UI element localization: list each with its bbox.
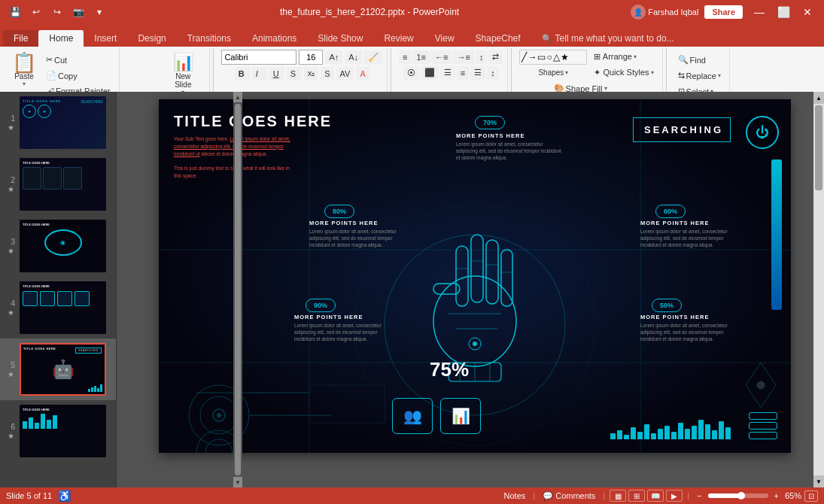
align-center-button[interactable]: ☰ bbox=[440, 65, 455, 80]
searching-box[interactable]: SEARCHING bbox=[633, 117, 731, 142]
slide-item-2[interactable]: 2 ★ TITLE GOES HERE bbox=[0, 153, 116, 215]
arrow-shape[interactable]: → bbox=[528, 52, 537, 62]
notes-button[interactable]: Notes bbox=[501, 491, 529, 500]
bubble-60[interactable]: 60% bbox=[655, 205, 686, 218]
slide-item-1[interactable]: 1 ★ TITLE GOES HERE ● ● SEARCHING bbox=[0, 92, 116, 153]
increase-indent-button[interactable]: →≡ bbox=[453, 50, 473, 64]
rect-shape[interactable]: ▭ bbox=[537, 52, 546, 62]
font-size-input[interactable] bbox=[299, 50, 323, 65]
scroll-down-btn[interactable]: ▼ bbox=[813, 475, 824, 487]
tab-shapechef[interactable]: ShapeChef bbox=[465, 30, 531, 47]
strikethrough-button[interactable]: S bbox=[287, 67, 302, 80]
circle-shape[interactable]: ○ bbox=[546, 52, 552, 62]
zoom-out-btn[interactable]: − bbox=[694, 491, 704, 500]
point-top-center[interactable]: MORE POINTS HERE Lorem ipsum dolor sit a… bbox=[456, 132, 561, 161]
tab-home[interactable]: Home bbox=[38, 30, 84, 47]
triangle-shape[interactable]: △ bbox=[553, 52, 560, 62]
tab-animations[interactable]: Animations bbox=[242, 30, 307, 47]
numbered-list-button[interactable]: 1≡ bbox=[412, 50, 430, 64]
slide-canvas[interactable]: TITLE GOES HERE Your Sub Text goes here.… bbox=[159, 99, 791, 453]
maximize-button[interactable]: ⬜ bbox=[773, 4, 794, 20]
slide-thumb-5[interactable]: TITLE GOES HERE 🤖 SEARCHING bbox=[20, 343, 106, 396]
tab-insert[interactable]: Insert bbox=[84, 30, 127, 47]
star-shape[interactable]: ★ bbox=[561, 52, 569, 62]
qa-dropdown[interactable]: ▾ bbox=[90, 4, 108, 20]
font-color-button[interactable]: A bbox=[356, 67, 369, 80]
line-spacing-button[interactable]: ↕ bbox=[487, 66, 499, 80]
shapes-button[interactable]: Shapes ▾ bbox=[534, 66, 572, 79]
canvas-area[interactable]: ▲ ▼ bbox=[117, 92, 824, 487]
subscript-button[interactable]: x₂ bbox=[304, 66, 319, 80]
increase-font-button[interactable]: A↑ bbox=[325, 50, 342, 64]
font-name-input[interactable] bbox=[221, 50, 296, 65]
bubble-70[interactable]: 70% bbox=[475, 116, 505, 129]
bullets-button[interactable]: ≡ bbox=[399, 50, 411, 64]
slideshow-btn[interactable]: ▶ bbox=[666, 490, 683, 502]
undo-button[interactable]: ↩ bbox=[27, 4, 45, 20]
scroll-down-button[interactable]: ▼ bbox=[233, 477, 242, 487]
bubble-90[interactable]: 90% bbox=[306, 299, 336, 312]
minimize-button[interactable]: — bbox=[749, 4, 770, 20]
align-left-button[interactable]: ⬛ bbox=[421, 65, 439, 80]
zoom-slider[interactable] bbox=[708, 493, 768, 498]
slide-thumb-3[interactable]: TITLE GOES HERE ◉ bbox=[20, 220, 106, 272]
text-columns-button[interactable]: ⦿ bbox=[403, 66, 419, 80]
copy-button[interactable]: 📄Copy bbox=[42, 68, 114, 83]
normal-view-btn[interactable]: ▦ bbox=[610, 490, 626, 502]
comments-button[interactable]: 💬 Comments bbox=[540, 491, 598, 501]
accessibility-icon[interactable]: ♿ bbox=[58, 490, 71, 502]
reading-view-btn[interactable]: 📖 bbox=[647, 490, 664, 502]
clear-format-button[interactable]: 🧹 bbox=[364, 50, 382, 65]
scroll-up-button[interactable]: ▲ bbox=[233, 92, 242, 102]
vertical-scrollbar[interactable]: ▲ ▼ bbox=[813, 92, 824, 487]
tab-tell-me[interactable]: 🔍Tell me what you want to do... bbox=[531, 30, 685, 47]
text-shadow-button[interactable]: S bbox=[321, 67, 333, 80]
tab-review[interactable]: Review bbox=[373, 30, 424, 47]
slide-thumb-2[interactable]: TITLE GOES HERE bbox=[20, 158, 106, 211]
scroll-up-btn[interactable]: ▲ bbox=[813, 92, 824, 104]
zoom-in-btn[interactable]: + bbox=[771, 491, 782, 500]
cut-button[interactable]: ✂Cut bbox=[42, 53, 114, 67]
char-spacing-button[interactable]: AV bbox=[336, 67, 354, 80]
bubble-80[interactable]: 80% bbox=[324, 205, 354, 218]
underline-button[interactable]: U bbox=[269, 67, 284, 80]
user-account[interactable]: 👤 Farshad Iqbal bbox=[631, 5, 698, 20]
slide-item-4[interactable]: 4 ★ TITLE GOES HERE bbox=[0, 277, 116, 339]
slide-item-3[interactable]: 3 ★ TITLE GOES HERE ◉ bbox=[0, 215, 116, 277]
share-button[interactable]: Share bbox=[704, 5, 743, 19]
arrange-button[interactable]: ⊞ Arrange ▾ bbox=[590, 50, 657, 64]
save-button[interactable]: 💾 bbox=[6, 4, 24, 20]
tab-slideshow[interactable]: Slide Show bbox=[307, 30, 373, 47]
replace-button[interactable]: ⇆ Replace ▾ bbox=[674, 68, 725, 83]
power-button[interactable]: ⏻ bbox=[746, 116, 779, 149]
bubble-50[interactable]: 50% bbox=[652, 299, 682, 312]
point-right-top[interactable]: MORE POINTS HERE Lorem ipsum dolor sit a… bbox=[640, 220, 738, 248]
slide-sorter-btn[interactable]: ⊞ bbox=[628, 490, 645, 502]
tab-transitions[interactable]: Transitions bbox=[177, 30, 242, 47]
line-shape[interactable]: ╱ bbox=[521, 52, 527, 62]
decrease-indent-button[interactable]: ←≡ bbox=[431, 50, 452, 64]
slide-subtitle[interactable]: Your Sub Text goes here. Lorem ipsum dol… bbox=[174, 135, 290, 180]
paste-button[interactable]: 📋 Paste ▾ bbox=[8, 50, 41, 90]
text-direction-button[interactable]: ↕ bbox=[476, 50, 488, 64]
decrease-font-button[interactable]: A↓ bbox=[345, 50, 362, 64]
fit-slide-btn[interactable]: ⊡ bbox=[804, 490, 818, 502]
slide-item-5[interactable]: 5 ★ TITLE GOES HERE 🤖 SEARCHING bbox=[0, 339, 116, 400]
convert-text-button[interactable]: ⇄ bbox=[488, 50, 503, 64]
slide-title[interactable]: TITLE GOES HERE bbox=[174, 113, 332, 130]
redo-button[interactable]: ↪ bbox=[48, 4, 66, 20]
justify-button[interactable]: ☰ bbox=[470, 65, 485, 80]
point-right-bottom[interactable]: MORE POINTS HERE Lorem ipsum dolor sit a… bbox=[640, 314, 738, 342]
slide-thumb-1[interactable]: TITLE GOES HERE ● ● SEARCHING bbox=[20, 96, 106, 149]
close-button[interactable]: ✕ bbox=[797, 4, 818, 20]
align-right-button[interactable]: ≡ bbox=[457, 66, 469, 80]
slide-thumb-6[interactable]: TITLE GOES HERE bbox=[20, 405, 106, 457]
present-button[interactable]: 📷 bbox=[69, 4, 87, 20]
slide-item-6[interactable]: 6 ★ TITLE GOES HERE bbox=[0, 400, 116, 462]
tab-view[interactable]: View bbox=[424, 30, 465, 47]
slide-thumb-4[interactable]: TITLE GOES HERE bbox=[20, 281, 106, 334]
find-button[interactable]: 🔍 Find bbox=[674, 53, 725, 67]
tab-file[interactable]: File bbox=[3, 30, 38, 47]
bold-button[interactable]: B bbox=[235, 67, 250, 80]
slide-panel[interactable]: 1 ★ TITLE GOES HERE ● ● SEARCHING 2 ★ bbox=[0, 92, 117, 487]
